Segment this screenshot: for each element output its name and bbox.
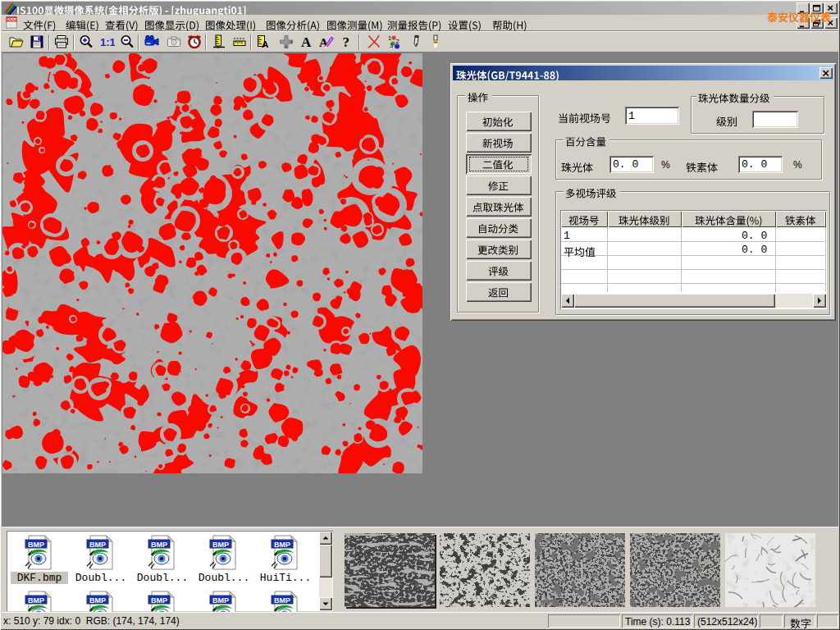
- svg-text:BMP: BMP: [212, 541, 229, 549]
- svg-text:BMP: BMP: [89, 541, 106, 549]
- svg-text:A: A: [301, 34, 312, 50]
- svg-text:?: ?: [343, 34, 350, 50]
- svg-text:DOC: DOC: [7, 17, 16, 21]
- svg-text:BMP: BMP: [274, 541, 290, 549]
- svg-text:1: 1: [388, 34, 391, 42]
- svg-text:BMP: BMP: [151, 596, 167, 605]
- svg-text:BMP: BMP: [274, 596, 290, 605]
- svg-text:BMP: BMP: [212, 596, 229, 605]
- svg-text:BMP: BMP: [28, 541, 44, 549]
- svg-text:BMP: BMP: [151, 541, 167, 549]
- svg-text:3: 3: [390, 42, 393, 49]
- svg-text:1:1: 1:1: [100, 36, 115, 48]
- svg-text:BMP: BMP: [28, 596, 44, 605]
- svg-text:BMP: BMP: [89, 596, 106, 605]
- svg-text:A: A: [262, 39, 268, 49]
